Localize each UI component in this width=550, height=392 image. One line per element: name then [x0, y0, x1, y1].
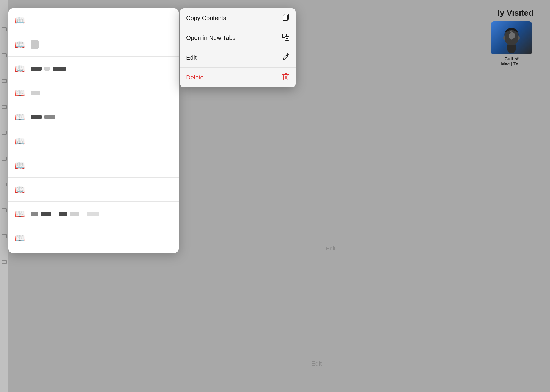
bookmark-row[interactable]: 📖 [8, 32, 179, 57]
edit-menu-item[interactable]: Edit [180, 48, 296, 68]
freq-visited-item[interactable]: Cult of Mac | Te... [490, 21, 534, 67]
sidebar-icon-7 [2, 183, 7, 186]
bookmark-row[interactable]: 📖 [8, 129, 179, 153]
bookmark-text-area [31, 91, 172, 95]
text-placeholder [31, 115, 42, 119]
bottom-edit-label[interactable]: Edit [311, 360, 322, 367]
bookmark-row[interactable]: 📖 [8, 202, 179, 226]
freq-visited-section: ly Visited [490, 8, 534, 67]
freq-visited-title: ly Visited [490, 8, 534, 18]
bookmark-thumbnail [31, 40, 39, 49]
copy-contents-menu-item[interactable]: Copy Contents [180, 8, 296, 28]
bookmark-text-area [31, 67, 172, 71]
edit-label-menu: Edit [186, 54, 197, 61]
book-icon: 📖 [15, 15, 25, 25]
context-menu: Copy Contents Open in New Tabs Edit [180, 8, 296, 87]
text-placeholder [41, 212, 51, 216]
bookmark-row[interactable]: 📖 [8, 153, 179, 178]
sidebar-icon-6 [2, 157, 7, 161]
copy-contents-label: Copy Contents [186, 15, 226, 22]
copy-contents-icon [282, 13, 290, 23]
text-placeholder [31, 67, 42, 71]
text-placeholder [44, 67, 50, 71]
edit-label[interactable]: Edit [326, 245, 336, 252]
book-icon: 📖 [15, 185, 25, 194]
book-icon: 📖 [15, 209, 25, 219]
freq-visited-label: Cult of Mac | Te... [501, 57, 522, 67]
sidebar-background [0, 0, 8, 392]
bookmark-row[interactable]: 📖 [8, 81, 179, 105]
bookmark-row[interactable]: 📖 [8, 226, 179, 250]
text-placeholder [87, 212, 99, 216]
book-icon: 📖 [15, 161, 25, 170]
edit-icon [282, 53, 290, 62]
book-icon: 📖 [15, 88, 25, 98]
book-icon: 📖 [15, 40, 25, 49]
bookmark-text-area [31, 115, 172, 119]
sidebar-icon-2 [2, 53, 7, 57]
bookmark-text-area [31, 40, 172, 49]
book-icon: 📖 [15, 64, 25, 73]
sidebar-icon-1 [2, 27, 7, 31]
text-placeholder [70, 212, 79, 216]
sidebar-icon-3 [2, 79, 7, 83]
bookmarks-panel: 📖 📖 📖 📖 📖 📖 [8, 8, 179, 253]
svg-point-14 [518, 36, 520, 40]
book-icon: 📖 [15, 136, 25, 146]
sidebar-icon-4 [2, 105, 7, 109]
bookmark-row[interactable]: 📖 [8, 178, 179, 202]
sidebar-icon-5 [2, 131, 7, 135]
bookmark-row[interactable]: 📖 [8, 57, 179, 81]
freq-visited-thumbnail [491, 21, 532, 54]
sidebar-icon-9 [2, 234, 7, 238]
text-placeholder [53, 67, 66, 71]
sidebar-icon-10 [2, 260, 7, 264]
sidebar-icon-8 [2, 208, 7, 212]
text-placeholder [31, 212, 38, 216]
bookmark-row[interactable]: 📖 [8, 105, 179, 129]
freq-visited-items: Cult of Mac | Te... [490, 21, 534, 67]
open-new-tabs-icon [282, 33, 290, 43]
text-placeholder [31, 91, 40, 95]
open-new-tabs-menu-item[interactable]: Open in New Tabs [180, 28, 296, 48]
svg-rect-1 [283, 15, 287, 21]
delete-icon [282, 73, 290, 82]
book-icon: 📖 [15, 233, 25, 243]
bookmark-row[interactable]: 📖 [8, 250, 179, 253]
open-new-tabs-label: Open in New Tabs [186, 34, 235, 42]
text-placeholder [44, 115, 55, 119]
svg-point-13 [503, 36, 505, 40]
text-placeholder [59, 212, 67, 216]
bookmark-text-area [31, 212, 172, 216]
delete-menu-item[interactable]: Delete [180, 68, 296, 87]
bookmark-row[interactable]: 📖 [8, 8, 179, 32]
book-icon: 📖 [15, 112, 25, 122]
delete-label: Delete [186, 74, 204, 81]
